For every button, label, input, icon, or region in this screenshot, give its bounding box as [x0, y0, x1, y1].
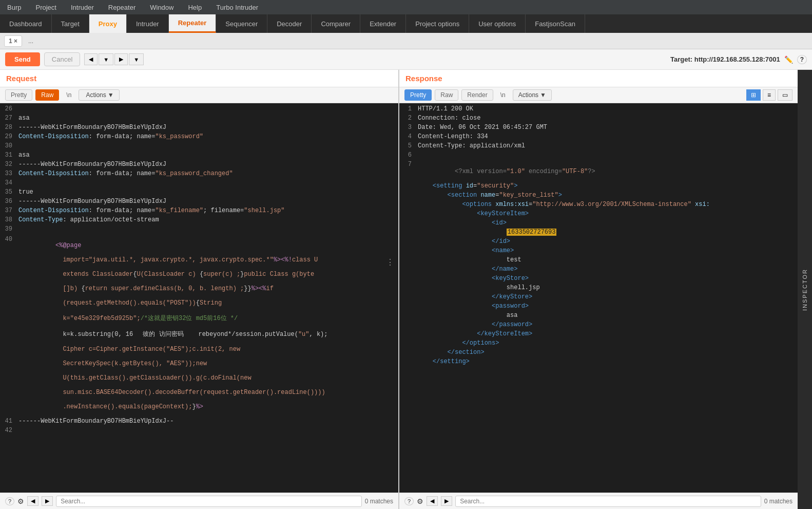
table-row: 28 ------WebKitFormBoundaryBO7HBmBieYUpI… [0, 124, 398, 133]
table-row: 26 [0, 105, 398, 115]
table-row: 3 Date: Wed, 06 Oct 2021 06:45:27 GMT [399, 124, 798, 133]
request-toolbar: Pretty Raw \n Actions ▼ [0, 87, 398, 103]
table-row: </name> [399, 266, 798, 275]
menu-repeater[interactable]: Repeater [105, 2, 139, 13]
repeater-tab-more[interactable]: ... [24, 36, 37, 46]
table-row: asa [399, 312, 798, 321]
nav-buttons: ◀ ▼ ▶ ▼ [84, 53, 144, 65]
prev-dropdown[interactable]: ▼ [99, 53, 113, 65]
tab-intruder[interactable]: Intruder [127, 14, 169, 33]
table-row: 1 HTTP/1.1 200 OK [399, 105, 798, 115]
cancel-button: Cancel [44, 52, 80, 66]
menu-window[interactable]: Window [147, 2, 177, 13]
next-dropdown[interactable]: ▼ [129, 53, 144, 65]
table-row: <keyStoreItem> [399, 210, 798, 219]
send-button[interactable]: Send [5, 52, 40, 66]
tab-sequencer[interactable]: Sequencer [216, 14, 267, 33]
table-row: 7 <?xml version="1.0" encoding="UTF-8"?> [399, 161, 798, 182]
actions-chevron-icon: ▼ [108, 91, 114, 99]
table-row: 41 ------WebKitFormBoundaryBO7HBmBieYUpI… [0, 418, 398, 427]
tab-comparer[interactable]: Comparer [312, 14, 360, 33]
table-row: </setting> [399, 358, 798, 367]
response-panel: Response Pretty Raw Render \n Actions ▼ … [399, 70, 798, 509]
table-row: 33 Content-Disposition: form-data; name=… [0, 170, 398, 179]
inspector-sidebar[interactable]: INSPECTOR [798, 70, 812, 509]
tab-project-options[interactable]: Project options [406, 14, 469, 33]
view-single-icon[interactable]: ▭ [778, 89, 792, 101]
table-row: </keyStoreItem> [399, 330, 798, 340]
response-search-input[interactable] [455, 496, 761, 507]
tab-extender[interactable]: Extender [360, 14, 406, 33]
sub-tab-bar: 1 × ... [0, 33, 812, 49]
search-prev-button[interactable]: ◀ [27, 496, 38, 506]
tab-user-options[interactable]: User options [469, 14, 526, 33]
view-split-icon[interactable]: ⊞ [746, 89, 761, 101]
response-settings-icon[interactable]: ⚙ [417, 497, 423, 505]
menu-bar: Burp Project Intruder Repeater Window He… [0, 0, 812, 14]
response-actions-button[interactable]: Actions ▼ [513, 89, 552, 101]
tab-dashboard[interactable]: Dashboard [0, 14, 52, 33]
tab-target[interactable]: Target [52, 14, 89, 33]
repeater-tab-1[interactable]: 1 × [4, 35, 22, 47]
table-row: 5 Content-Type: application/xml [399, 142, 798, 152]
table-row: </options> [399, 340, 798, 349]
response-code-area[interactable]: 1 HTTP/1.1 200 OK 2 Connection: close 3 … [399, 103, 798, 493]
toolbar: Send Cancel ◀ ▼ ▶ ▼ Target: http://192.1… [0, 49, 812, 70]
tab-repeater[interactable]: Repeater [169, 14, 217, 33]
help-icon[interactable]: ? [797, 55, 807, 64]
response-search-next-button[interactable]: ▶ [441, 496, 452, 506]
request-actions-button[interactable]: Actions ▼ [79, 89, 119, 101]
table-row: </section> [399, 349, 798, 358]
table-row: 6 [399, 152, 798, 161]
table-row: <options xmlns:xsi="http://www.w3.org/20… [399, 201, 798, 210]
edit-icon[interactable]: ✏️ [784, 55, 793, 64]
request-search-bar: ? ⚙ ◀ ▶ 0 matches [0, 493, 398, 509]
request-tab-newline[interactable]: \n [62, 90, 75, 100]
table-row: 36 ------WebKitFormBoundaryBO7HBmBieYUpI… [0, 198, 398, 207]
response-tab-raw[interactable]: Raw [435, 89, 458, 101]
menu-project[interactable]: Project [32, 2, 59, 13]
table-row: <id> [399, 219, 798, 229]
menu-help[interactable]: Help [185, 2, 205, 13]
table-row: test [399, 256, 798, 266]
table-row: 37 Content-Disposition: form-data; name=… [0, 207, 398, 216]
response-tab-pretty[interactable]: Pretty [404, 89, 432, 101]
table-row: 31 asa [0, 152, 398, 161]
table-row: 34 [0, 179, 398, 188]
tab-proxy[interactable]: Proxy [89, 14, 127, 33]
table-row: 2 Connection: close [399, 115, 798, 124]
request-tab-pretty[interactable]: Pretty [5, 89, 32, 101]
tab-bar: Dashboard Target Proxy Intruder Repeater… [0, 14, 812, 33]
response-search-bar: ? ⚙ ◀ ▶ 0 matches [399, 493, 798, 509]
search-next-button[interactable]: ▶ [42, 496, 53, 506]
view-list-icon[interactable]: ≡ [763, 89, 776, 101]
response-help-icon[interactable]: ? [404, 497, 414, 505]
table-row: <keyStore> [399, 275, 798, 284]
response-toolbar: Pretty Raw Render \n Actions ▼ ⊞ ≡ ▭ [399, 87, 798, 103]
request-search-input[interactable] [56, 496, 362, 507]
response-tab-render[interactable]: Render [461, 89, 493, 101]
request-code-area[interactable]: 26 27 asa 28 ------WebKitFormBoundaryBO7… [0, 103, 398, 493]
table-row: 32 ------WebKitFormBoundaryBO7HBmBieYUpI… [0, 161, 398, 170]
response-tab-newline[interactable]: \n [496, 90, 510, 100]
more-options-icon[interactable]: ⋮ [386, 257, 394, 268]
table-row: 35 true [0, 188, 398, 198]
next-button[interactable]: ▶ [114, 53, 128, 65]
prev-button[interactable]: ◀ [84, 53, 98, 65]
menu-turbointruder[interactable]: Turbo Intruder [213, 2, 261, 13]
request-panel: Request Pretty Raw \n Actions ▼ 26 27 as… [0, 70, 399, 509]
table-row: 39 [0, 225, 398, 235]
settings-icon[interactable]: ⚙ [17, 497, 24, 505]
response-search-prev-button[interactable]: ◀ [427, 496, 438, 506]
menu-burp[interactable]: Burp [4, 2, 24, 13]
tab-fastjsonscan[interactable]: FastjsonScan [526, 14, 585, 33]
request-tab-raw[interactable]: Raw [35, 89, 59, 101]
tab-decoder[interactable]: Decoder [267, 14, 312, 33]
request-title: Request [0, 70, 398, 87]
table-row: <setting id="security"> [399, 182, 798, 192]
menu-intruder[interactable]: Intruder [68, 2, 97, 13]
table-row: <password> [399, 303, 798, 312]
request-search-count: 0 matches [365, 498, 393, 505]
help-circle-icon[interactable]: ? [5, 497, 14, 505]
table-row: 30 [0, 142, 398, 152]
